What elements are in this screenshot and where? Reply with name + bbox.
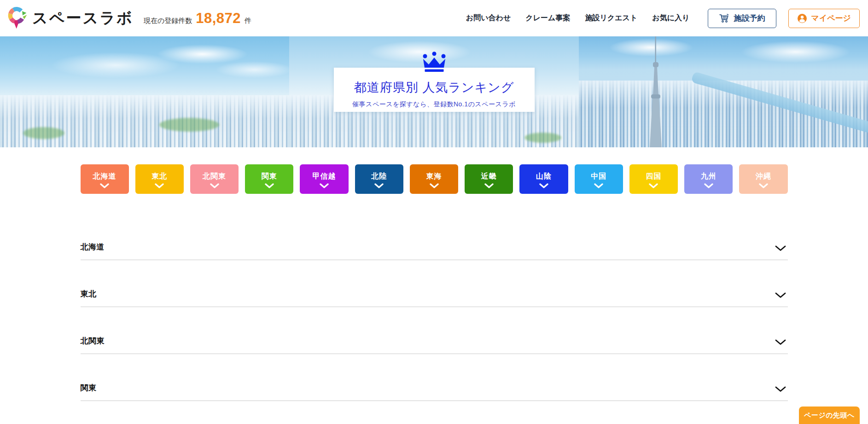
region-button-kitakanto[interactable]: 北関東	[190, 164, 239, 194]
site-logo[interactable]: スペースラボ	[6, 6, 134, 31]
region-button-hokkaido[interactable]: 北海道	[81, 164, 129, 194]
page-title: 都道府県別 人気ランキング	[334, 79, 535, 96]
chevron-down-icon	[320, 183, 329, 188]
cart-icon	[719, 14, 729, 23]
facility-reserve-button[interactable]: 施設予約	[708, 9, 776, 28]
accordion-label: 東北	[81, 289, 97, 299]
hero-image-right	[579, 36, 868, 147]
user-icon	[797, 13, 807, 23]
accordion-label: 北海道	[81, 242, 105, 252]
region-button-kinki[interactable]: 近畿	[465, 164, 513, 194]
region-button-label: 近畿	[481, 172, 497, 181]
region-button-label: 九州	[701, 172, 717, 181]
accordion-hokkaido[interactable]: 北海道	[81, 226, 788, 260]
registration-count-label: 現在の登録件数	[144, 17, 192, 25]
hero-title-box: 都道府県別 人気ランキング 催事スペースを探すなら、登録数No.1のスペースラボ	[334, 68, 535, 112]
chevron-down-icon	[775, 245, 786, 251]
chevron-down-icon	[775, 339, 786, 345]
chevron-down-icon	[430, 183, 439, 188]
region-button-hokuriku[interactable]: 北陸	[355, 164, 403, 194]
chevron-down-icon	[155, 183, 164, 188]
hero-banner: 都道府県別 人気ランキング 催事スペースを探すなら、登録数No.1のスペースラボ	[0, 36, 868, 147]
nav-claims[interactable]: クレーム事案	[525, 13, 570, 23]
region-button-label: 東海	[426, 172, 442, 181]
accordion-kanto[interactable]: 関東	[81, 354, 788, 401]
chevron-down-icon	[649, 183, 658, 188]
nav-facility-request[interactable]: 施設リクエスト	[585, 13, 637, 23]
registration-count-value: 18,872	[196, 10, 241, 27]
crown-icon	[421, 52, 447, 73]
region-button-koshinetsu[interactable]: 甲信越	[300, 164, 348, 194]
mypage-button[interactable]: マイページ	[788, 9, 860, 28]
registration-count-unit: 件	[245, 17, 251, 25]
chevron-down-icon	[759, 183, 768, 188]
region-button-label: 四国	[646, 172, 661, 181]
spacelab-pin-logo-icon	[6, 6, 29, 31]
registration-count: 現在の登録件数 18,872 件	[144, 10, 251, 27]
header-buttons: 施設予約 マイページ	[708, 9, 860, 28]
prefecture-accordion-list: 北海道 東北 北関東 関東	[81, 226, 788, 401]
chevron-down-icon	[775, 386, 786, 392]
chevron-down-icon	[594, 183, 603, 188]
chevron-down-icon	[210, 183, 219, 188]
chevron-down-icon	[539, 183, 548, 188]
chevron-down-icon	[100, 183, 109, 188]
chevron-down-icon	[775, 292, 786, 298]
facility-reserve-label: 施設予約	[734, 13, 765, 23]
region-button-label: 中国	[591, 172, 606, 181]
nav-contact[interactable]: お問い合わせ	[466, 13, 511, 23]
mypage-label: マイページ	[811, 13, 851, 23]
accordion-kitakanto[interactable]: 北関東	[81, 307, 788, 354]
accordion-label: 北関東	[81, 336, 105, 346]
region-button-tohoku[interactable]: 東北	[135, 164, 184, 194]
region-button-label: 関東	[262, 172, 277, 181]
region-button-kanto[interactable]: 関東	[245, 164, 293, 194]
region-button-row: 北海道 東北 北関東 関東 甲信越 北陸 東海 近畿 山陰 中国 四国	[81, 164, 788, 194]
skytree-silhouette	[648, 36, 664, 147]
site-logo-text: スペースラボ	[32, 8, 134, 29]
region-button-kyushu[interactable]: 九州	[684, 164, 733, 194]
accordion-tohoku[interactable]: 東北	[81, 260, 788, 307]
region-button-label: 沖縄	[756, 172, 771, 181]
region-button-label: 北関東	[203, 172, 226, 181]
region-button-label: 北海道	[93, 172, 117, 181]
back-to-top-button[interactable]: ページの先頭へ	[799, 407, 860, 424]
page-subtitle: 催事スペースを探すなら、登録数No.1のスペースラボ	[334, 100, 535, 109]
chevron-down-icon	[484, 183, 494, 188]
region-button-chugoku[interactable]: 中国	[575, 164, 623, 194]
chevron-down-icon	[704, 183, 713, 188]
region-button-okinawa[interactable]: 沖縄	[739, 164, 787, 194]
region-button-label: 山陰	[536, 172, 552, 181]
header: スペースラボ 現在の登録件数 18,872 件 お問い合わせ クレーム事案 施設…	[0, 0, 868, 36]
region-button-label: 甲信越	[313, 172, 336, 181]
hero-image-left	[0, 36, 289, 147]
header-nav: お問い合わせ クレーム事案 施設リクエスト お気に入り	[466, 13, 690, 23]
region-button-shikoku[interactable]: 四国	[629, 164, 678, 194]
region-button-sanin[interactable]: 山陰	[519, 164, 568, 194]
nav-favorites[interactable]: お気に入り	[652, 13, 689, 23]
chevron-down-icon	[265, 183, 274, 188]
chevron-down-icon	[374, 183, 384, 188]
region-button-label: 北陸	[371, 172, 387, 181]
region-button-tokai[interactable]: 東海	[410, 164, 458, 194]
region-button-label: 東北	[151, 172, 167, 181]
cityscape	[0, 95, 289, 147]
accordion-label: 関東	[81, 383, 97, 393]
